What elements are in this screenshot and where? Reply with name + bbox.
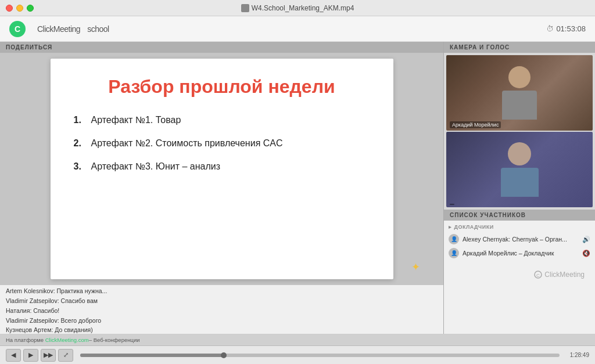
slide-area: Разбор прошлой недели 1. Артефакт №1. То…	[0, 53, 443, 285]
cam-person-2	[446, 132, 593, 207]
window-title: W4.School_Marketing_AKM.mp4	[241, 4, 354, 12]
person-silhouette-2	[501, 142, 539, 197]
prev-button[interactable]: ◀	[6, 349, 21, 362]
slide-items: 1. Артефакт №1. Товар 2. Артефакт №2. Ст…	[74, 115, 370, 185]
person-silhouette-1	[502, 66, 537, 120]
chat-msg-5: Vladimir Zatsepilov: Спасибо вам	[6, 296, 438, 306]
body-1	[502, 91, 537, 120]
clickmeeting-watermark: C ClickMeeting	[534, 271, 585, 279]
right-panel: КАМЕРА И ГОЛОС Аркадий Морейлис	[444, 42, 595, 334]
title-bar: W4.School_Marketing_AKM.mp4	[0, 0, 595, 16]
logo-icon: C	[9, 21, 26, 37]
participant-name-0: Alexey Chernyak: Chernyak – Орган...	[463, 236, 579, 243]
clock-icon: ⏱	[546, 24, 554, 33]
participant-name-1: Аркадий Морейлис – Докладчик	[463, 250, 579, 257]
cam-person-1	[446, 55, 593, 131]
camera-header: КАМЕРА И ГОЛОС	[444, 42, 595, 53]
svg-text:C: C	[536, 273, 540, 278]
slide-container: Разбор прошлой недели 1. Артефакт №1. То…	[51, 59, 393, 279]
chat-msg-8: Кузнецов Артем: До свидания)	[6, 325, 438, 334]
maximize-button[interactable]	[27, 5, 34, 12]
cameras: Аркадий Морейлис	[444, 53, 595, 210]
app-bar: C ClickMeetingschool ⏱ 01:53:08	[0, 16, 595, 42]
controls-row: ◀ ▶ ▶▶ ⤢ 1:28:49	[0, 346, 595, 365]
next-button[interactable]: ▶▶	[41, 349, 56, 362]
participants-section-label: ДОКЛАДЧИКИ	[449, 224, 590, 230]
main-content: ПОДЕЛИТЬСЯ Разбор прошлой недели 1. Арте…	[0, 42, 595, 334]
camera-feed-1: Аркадий Морейлис	[446, 55, 593, 131]
head-1	[508, 66, 531, 88]
participant-avatar-0: 👤	[449, 234, 459, 244]
minimize-button[interactable]	[16, 5, 23, 12]
slide-item-3: 3. Артефакт №3. Юнит – анализ	[74, 161, 370, 172]
file-icon	[241, 4, 249, 12]
camera-feed-2	[446, 132, 593, 207]
cam-label-2	[450, 204, 454, 205]
slide-item-2: 2. Артефакт №2. Стоимость привлечения CA…	[74, 138, 370, 149]
info-strip: На платформе ClickMeeting.com – Веб-конф…	[0, 334, 595, 346]
participants-header: СПИСОК УЧАСТНИКОВ	[444, 210, 595, 221]
play-button[interactable]: ▶	[23, 349, 38, 362]
participant-row-0: 👤 Alexey Chernyak: Chernyak – Орган... 🔊	[449, 232, 590, 246]
traffic-lights	[6, 5, 34, 12]
info-link[interactable]: ClickMeeting.com	[45, 337, 89, 343]
chat-msg-7: Vladimir Zatsepilov: Всего доброго	[6, 316, 438, 326]
time-display: ⏱ 01:53:08	[546, 24, 586, 33]
progress-bar[interactable]	[80, 354, 560, 357]
slide-title: Разбор прошлой недели	[74, 76, 370, 98]
watermark-icon: C	[534, 271, 542, 279]
close-button[interactable]	[6, 5, 13, 12]
progress-dot	[221, 352, 227, 358]
slide-indicator: ✦	[411, 261, 420, 273]
left-panel: ПОДЕЛИТЬСЯ Разбор прошлой недели 1. Арте…	[0, 42, 444, 334]
participant-avatar-1: 👤	[449, 248, 459, 258]
expand-button[interactable]: ⤢	[58, 349, 73, 362]
logo-area: C ClickMeetingschool	[9, 21, 109, 37]
cam-label-1: Аркадий Морейлис	[450, 121, 501, 128]
share-header: ПОДЕЛИТЬСЯ	[0, 42, 443, 53]
chat-msg-4: Artem Kolesnikov: Практика нужна...	[6, 286, 438, 296]
chat-msg-6: Наталия: Спасибо!	[6, 306, 438, 316]
participants-panel: ДОКЛАДЧИКИ 👤 Alexey Chernyak: Chernyak –…	[444, 221, 595, 334]
audio-icon-1: 🔇	[582, 250, 590, 257]
head-2	[508, 142, 531, 165]
slide-item-1: 1. Артефакт №1. Товар	[74, 115, 370, 125]
audio-icon-0: 🔊	[582, 236, 590, 243]
progress-fill	[80, 354, 224, 357]
bottom-bar: На платформе ClickMeeting.com – Веб-конф…	[0, 334, 595, 364]
timestamp: 1:28:49	[570, 352, 589, 358]
participant-row-1: 👤 Аркадий Морейлис – Докладчик 🔇	[449, 246, 590, 260]
body-2	[501, 168, 539, 197]
logo-text: ClickMeetingschool	[30, 24, 109, 34]
